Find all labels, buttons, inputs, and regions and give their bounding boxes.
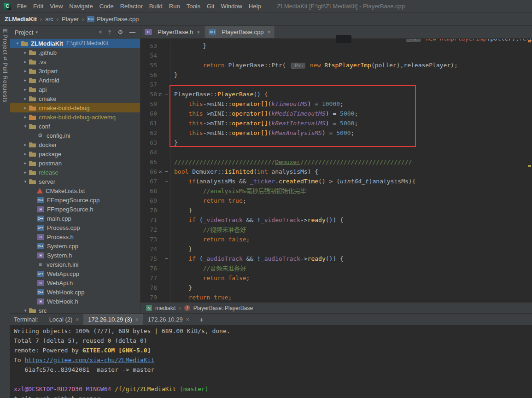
- chevron-down-icon[interactable]: ▾: [22, 179, 29, 184]
- editor-breadcrumb-item[interactable]: PlayerBase::PlayerBase: [193, 305, 253, 311]
- fold-icon[interactable]: −: [164, 89, 170, 99]
- code-line-54[interactable]: 54: [140, 51, 532, 60]
- fold-icon[interactable]: −: [164, 176, 170, 186]
- tree-item--vs[interactable]: ▸.vs: [10, 57, 140, 66]
- menu-window[interactable]: Window: [218, 2, 246, 11]
- chevron-right-icon[interactable]: ▸: [22, 59, 29, 64]
- code-line-74[interactable]: 74 }: [140, 244, 532, 254]
- project-panel-title[interactable]: Project: [15, 29, 33, 36]
- menu-code[interactable]: Code: [96, 2, 117, 11]
- code-line-61[interactable]: 61 this->mINI::operator[](kBeatIntervalM…: [140, 118, 532, 128]
- breadcrumb-item[interactable]: PlayerBase.cpp: [97, 16, 139, 23]
- close-icon[interactable]: ×: [186, 316, 189, 323]
- menu-build[interactable]: Build: [146, 2, 166, 11]
- code-line-67[interactable]: 67− if(analysisMs && _ticker.createdTime…: [140, 176, 532, 186]
- tree-item-main-cpp[interactable]: C++main.cpp: [10, 214, 140, 223]
- code-line-57[interactable]: 57: [140, 80, 532, 89]
- code-line-62[interactable]: 62 this->mINI::operator[](kMaxAnalysisMS…: [140, 128, 532, 138]
- tree-item-webapi-cpp[interactable]: C++WebApi.cpp: [10, 269, 140, 278]
- menu-tools[interactable]: Tools: [183, 2, 204, 11]
- chevron-right-icon[interactable]: ▸: [22, 96, 29, 101]
- code-line-65[interactable]: 65////////////////////////////Demuxer///…: [140, 157, 532, 167]
- chevron-right-icon[interactable]: ▸: [22, 115, 29, 119]
- tree-item-process-cpp[interactable]: C++Process.cpp: [10, 223, 140, 232]
- code-line-75[interactable]: 75− if (_audioTrack && !_audioTrack->rea…: [140, 254, 532, 263]
- tree-item-ffmpegsource-cpp[interactable]: C++FFmpegSource.cpp: [10, 195, 140, 205]
- settings-icon[interactable]: ⚙: [117, 29, 123, 36]
- chevron-right-icon[interactable]: ▸: [22, 170, 29, 175]
- code-line-60[interactable]: 60 this->mINI::operator[](kMediaTimeoutM…: [140, 109, 532, 118]
- tree-item-docker[interactable]: ▸docker: [10, 140, 140, 149]
- tree-item-android[interactable]: ▸Android: [10, 76, 140, 85]
- tree-item-src[interactable]: ▾src: [10, 306, 140, 313]
- toolwindow-pull-requests-button[interactable]: ⇅ Pull Requests: [0, 56, 10, 103]
- chevron-down-icon[interactable]: ▾: [22, 124, 29, 129]
- tree-item-api[interactable]: ▸api: [10, 85, 140, 94]
- tree-item-release[interactable]: ▸release: [10, 168, 140, 177]
- menu-edit[interactable]: Edit: [30, 2, 47, 11]
- chevron-down-icon[interactable]: ▾: [22, 308, 29, 313]
- collapse-all-icon[interactable]: ⤒: [109, 29, 111, 36]
- menu-run[interactable]: Run: [166, 2, 183, 11]
- locate-icon[interactable]: ⌖: [99, 29, 102, 36]
- code-editor[interactable]: _Px: new RtmpPlayerImp(poller),releasePl…: [140, 39, 532, 302]
- code-line-69[interactable]: 69 return true;: [140, 196, 532, 205]
- tree-item-postman[interactable]: ▸postman: [10, 158, 140, 168]
- tree-item-system-cpp[interactable]: C++System.cpp: [10, 241, 140, 251]
- menu-help[interactable]: Help: [246, 2, 264, 11]
- tree-item-cmake-build-debug-activemq[interactable]: ▸cmake-build-debug-activemq: [10, 112, 140, 122]
- code-line-58[interactable]: 58⇄−PlayerBase::PlayerBase() {: [140, 89, 532, 99]
- terminal-output[interactable]: Writing objects: 100% (7/7), 689 bytes |…: [10, 325, 532, 398]
- tree-item-webhook-cpp[interactable]: C++WebHook.cpp: [10, 287, 140, 297]
- terminal-tab[interactable]: 172.26.10.29 (3)×: [83, 314, 143, 326]
- menu-refactor[interactable]: Refactor: [117, 2, 146, 11]
- code-line-71[interactable]: 71− if (_videoTrack && !_videoTrack->rea…: [140, 215, 532, 225]
- code-line-79[interactable]: 79 return true;: [140, 293, 532, 302]
- close-icon[interactable]: ×: [135, 316, 139, 323]
- tree-item-zlmediakit[interactable]: ▾ZLMediaKitF:\git\ZLMediaKit: [10, 39, 140, 48]
- editor-breadcrumb-item[interactable]: mediakit: [155, 305, 176, 311]
- code-line-55[interactable]: 55 return PlayerBase::Ptr( _Px: new Rtsp…: [140, 60, 532, 70]
- tree-item-process-h[interactable]: HProcess.h: [10, 232, 140, 241]
- tree-item-cmakelists-txt[interactable]: CMakeLists.txt: [10, 186, 140, 195]
- breadcrumb-item[interactable]: Player: [62, 16, 79, 23]
- tree-item-3rdpart[interactable]: ▸3rdpart: [10, 66, 140, 76]
- tree-item-system-h[interactable]: HSystem.h: [10, 251, 140, 260]
- toolwindow-project-button[interactable]: ▤ Project: [0, 28, 10, 55]
- fold-icon[interactable]: −: [164, 167, 170, 176]
- menu-navigate[interactable]: Navigate: [66, 2, 96, 11]
- code-line-72[interactable]: 72 //视频未准备好: [140, 225, 532, 234]
- fold-icon[interactable]: −: [164, 215, 170, 225]
- tree-item-package[interactable]: ▸package: [10, 149, 140, 158]
- chevron-right-icon[interactable]: ▸: [22, 50, 29, 55]
- hide-icon[interactable]: —: [129, 29, 135, 36]
- tree-item-config-ini[interactable]: ⚙config.ini: [10, 131, 140, 140]
- code-line-64[interactable]: 64: [140, 147, 532, 157]
- editor-tab-playerbase.cpp[interactable]: C++PlayerBase.cpp×: [205, 26, 275, 38]
- chevron-down-icon[interactable]: ▾: [14, 41, 21, 46]
- close-icon[interactable]: ×: [197, 29, 200, 35]
- close-icon[interactable]: ×: [76, 316, 79, 323]
- fold-icon[interactable]: −: [164, 254, 170, 263]
- new-terminal-button[interactable]: +: [194, 316, 209, 323]
- tree-item--github[interactable]: ▸.github: [10, 48, 140, 57]
- code-line-63[interactable]: 63}: [140, 138, 532, 147]
- tree-item-webhook-h[interactable]: HWebHook.h: [10, 297, 140, 306]
- chevron-right-icon[interactable]: ▸: [22, 87, 29, 92]
- code-line-56[interactable]: 56}: [140, 70, 532, 80]
- tree-item-ffmpegsource-h[interactable]: HFFmpegSource.h: [10, 205, 140, 214]
- close-icon[interactable]: ×: [267, 29, 270, 35]
- chevron-right-icon[interactable]: ▸: [22, 142, 29, 147]
- editor-tab-playerbase.h[interactable]: HPlayerBase.h×: [140, 26, 205, 38]
- menu-view[interactable]: View: [47, 2, 66, 11]
- tree-item-server[interactable]: ▾server: [10, 177, 140, 186]
- code-line-78[interactable]: 78 }: [140, 283, 532, 293]
- terminal-tab[interactable]: Local (2)×: [45, 314, 84, 326]
- chevron-right-icon[interactable]: ▸: [22, 161, 29, 165]
- chevron-right-icon[interactable]: ▸: [22, 69, 29, 73]
- menu-file[interactable]: File: [14, 2, 30, 11]
- breadcrumb-item[interactable]: src: [45, 16, 53, 23]
- terminal-tab[interactable]: 172.26.10.29×: [143, 314, 194, 326]
- chevron-right-icon[interactable]: ▸: [22, 78, 29, 82]
- tree-item-conf[interactable]: ▾conf: [10, 122, 140, 131]
